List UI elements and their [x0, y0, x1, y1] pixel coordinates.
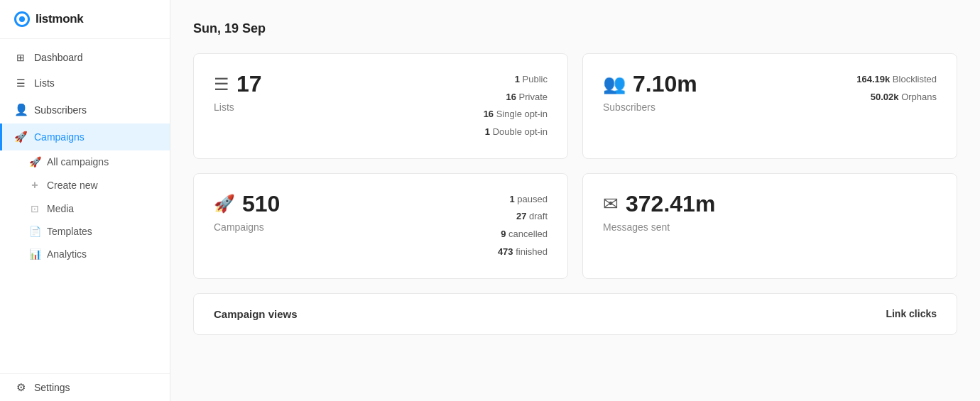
sidebar-sub-label: Media [47, 203, 74, 214]
messages-stat-icon: ✉ [603, 193, 619, 215]
sidebar-item-label: Settings [34, 382, 70, 393]
sidebar-item-media[interactable]: ⊡ Media [0, 197, 170, 220]
settings-icon: ⚙ [14, 381, 27, 394]
stats-grid: ☰ 17 Lists 1 Public 16 Private 16 Single… [193, 53, 957, 279]
sidebar: listmonk ⊞ Dashboard ☰ Lists 👤 Subscribe… [0, 0, 170, 401]
sidebar-item-create-new[interactable]: + Create new [0, 173, 170, 197]
subscribers-stat-icon: 👥 [603, 73, 626, 95]
lists-stat-private: 16 Private [484, 89, 548, 106]
sidebar-item-subscribers[interactable]: 👤 Subscribers [0, 96, 170, 123]
lists-stats: 1 Public 16 Private 16 Single opt-in 1 D… [484, 71, 548, 141]
campaigns-icon: 🚀 [14, 131, 27, 143]
subscribers-stat-card: 👥 7.10m Subscribers 164.19k Blocklisted … [582, 53, 957, 159]
campaigns-stats: 1 paused 27 draft 9 cancelled 473 finish… [498, 191, 548, 261]
lists-stat-icon: ☰ [214, 75, 229, 94]
card-main-subscribers: 👥 7.10m [603, 71, 842, 97]
lists-stat-single: 16 Single opt-in [484, 106, 548, 123]
nav-list: ⊞ Dashboard ☰ Lists 👤 Subscribers 🚀 Camp… [0, 39, 170, 401]
templates-icon: 📄 [28, 226, 41, 237]
sidebar-sub-label: All campaigns [47, 156, 109, 167]
subscribers-icon: 👤 [14, 103, 27, 116]
logo-icon [14, 11, 30, 27]
sidebar-item-settings[interactable]: ⚙ Settings [0, 373, 170, 401]
campaign-views-bar: Campaign views Link clicks [193, 293, 957, 335]
sidebar-item-label: Dashboard [34, 52, 83, 63]
campaigns-stat-finished: 473 finished [498, 243, 548, 261]
sidebar-item-label: Lists [34, 77, 55, 89]
sidebar-sub-label: Templates [47, 226, 92, 237]
card-left-subscribers: 👥 7.10m Subscribers [603, 71, 842, 113]
card-main-messages: ✉ 372.41m [603, 191, 922, 217]
messages-stat-card: ✉ 372.41m Messages sent [582, 173, 957, 279]
media-icon: ⊡ [28, 203, 41, 214]
sidebar-sub-label: Create new [47, 180, 98, 191]
messages-count: 372.41m [626, 191, 715, 217]
subscribers-stats: 164.19k Blocklisted 50.02k Orphans [856, 71, 937, 106]
campaigns-stat-paused: 1 paused [498, 191, 548, 209]
messages-label: Messages sent [603, 221, 922, 233]
campaigns-stat-card: 🚀 510 Campaigns 1 paused 27 draft 9 canc… [193, 173, 568, 279]
campaigns-label: Campaigns [214, 221, 484, 233]
sidebar-item-lists[interactable]: ☰ Lists [0, 70, 170, 96]
sidebar-sub-label: Analytics [47, 248, 87, 260]
card-main-lists: ☰ 17 [214, 71, 469, 97]
all-campaigns-icon: 🚀 [28, 156, 41, 167]
sidebar-item-campaigns[interactable]: 🚀 Campaigns [0, 123, 170, 150]
page-date: Sun, 19 Sep [193, 21, 957, 36]
create-new-icon: + [28, 179, 41, 192]
sidebar-item-analytics[interactable]: 📊 Analytics [0, 243, 170, 265]
sidebar-item-templates[interactable]: 📄 Templates [0, 220, 170, 243]
sidebar-item-label: Campaigns [34, 131, 85, 143]
campaigns-stat-draft: 27 draft [498, 208, 548, 226]
card-left-messages: ✉ 372.41m Messages sent [603, 191, 922, 233]
dashboard-icon: ⊞ [14, 52, 27, 63]
link-clicks-label[interactable]: Link clicks [886, 308, 937, 319]
campaign-views-label: Campaign views [214, 308, 298, 320]
campaigns-stat-icon: 🚀 [214, 194, 235, 214]
sidebar-item-label: Subscribers [34, 104, 87, 116]
subscribers-stat-blocklisted: 164.19k Blocklisted [856, 71, 937, 89]
logo-area: listmonk [0, 0, 170, 39]
lists-count: 17 [236, 71, 262, 97]
card-left-lists: ☰ 17 Lists [214, 71, 469, 113]
sidebar-item-dashboard[interactable]: ⊞ Dashboard [0, 45, 170, 70]
lists-label: Lists [214, 101, 469, 113]
lists-stat-card: ☰ 17 Lists 1 Public 16 Private 16 Single… [193, 53, 568, 159]
card-main-campaigns: 🚀 510 [214, 191, 484, 217]
logo-text: listmonk [36, 12, 84, 26]
subscribers-label: Subscribers [603, 101, 842, 113]
subscribers-count: 7.10m [633, 71, 697, 97]
campaigns-count: 510 [242, 191, 280, 217]
lists-icon: ☰ [14, 77, 27, 89]
subscribers-stat-orphans: 50.02k Orphans [856, 89, 937, 106]
card-left-campaigns: 🚀 510 Campaigns [214, 191, 484, 233]
main-content: Sun, 19 Sep ☰ 17 Lists 1 Public 16 Priva… [170, 0, 980, 401]
sidebar-item-all-campaigns[interactable]: 🚀 All campaigns [0, 150, 170, 173]
lists-stat-public: 1 Public [484, 71, 548, 89]
lists-stat-double: 1 Double opt-in [484, 123, 548, 141]
campaigns-stat-cancelled: 9 cancelled [498, 226, 548, 243]
analytics-icon: 📊 [28, 248, 41, 260]
